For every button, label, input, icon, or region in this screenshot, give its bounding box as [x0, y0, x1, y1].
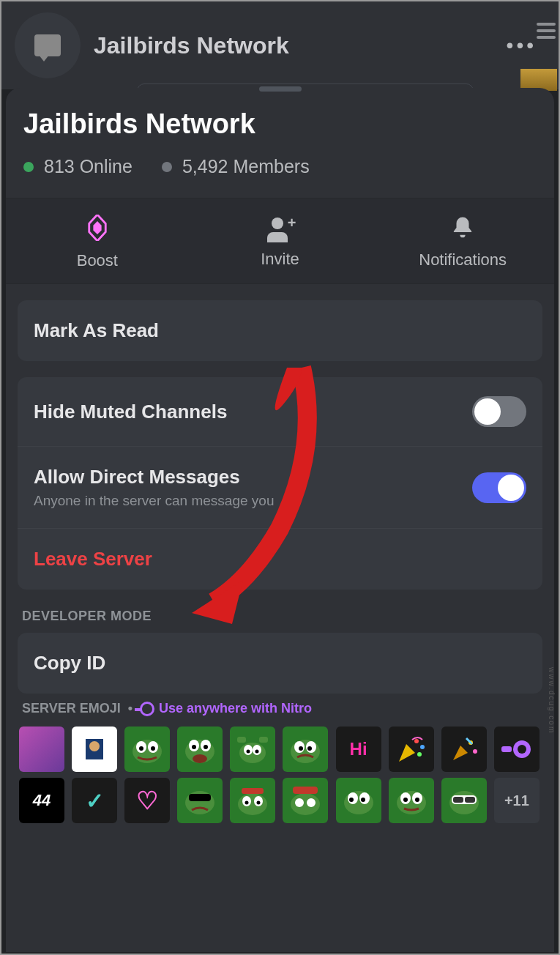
- svg-point-7: [139, 746, 143, 751]
- invite-tab[interactable]: + Invite: [189, 198, 372, 283]
- online-dot-icon: [23, 162, 34, 172]
- emoji-item[interactable]: [336, 778, 381, 823]
- svg-point-19: [255, 750, 259, 754]
- svg-rect-21: [259, 737, 268, 743]
- svg-point-14: [193, 754, 207, 763]
- emoji-item[interactable]: [19, 727, 64, 772]
- svg-point-53: [361, 798, 365, 802]
- boost-tab[interactable]: Boost: [6, 198, 189, 283]
- svg-point-49: [344, 791, 373, 814]
- svg-point-28: [414, 739, 419, 743]
- emoji-item[interactable]: ♡: [124, 778, 170, 823]
- nitro-hint-label: Use anywhere with Nitro: [159, 701, 312, 716]
- server-settings-sheet: Jailbirds Network 813 Online 5,492 Membe…: [6, 88, 554, 952]
- mark-as-read-row[interactable]: Mark As Read: [18, 300, 542, 361]
- svg-point-39: [238, 793, 267, 815]
- members-list-icon[interactable]: [537, 16, 559, 45]
- svg-point-3: [89, 741, 100, 751]
- copy-id-label: Copy ID: [34, 652, 105, 675]
- allow-dm-label: Allow Direct Messages: [34, 466, 274, 488]
- watermark: www.dcug.com: [548, 667, 556, 734]
- svg-marker-31: [453, 746, 468, 760]
- mark-as-read-label: Mark As Read: [34, 319, 159, 342]
- member-status-row: 813 Online 5,492 Members: [6, 140, 554, 198]
- hide-muted-row[interactable]: Hide Muted Channels: [18, 377, 542, 446]
- bell-icon: [452, 215, 474, 243]
- svg-point-26: [307, 746, 312, 751]
- members-count: 5,492 Members: [182, 156, 310, 177]
- emoji-item[interactable]: 44: [19, 778, 64, 823]
- emoji-item[interactable]: [283, 727, 328, 772]
- allow-dm-sublabel: Anyone in the server can message you: [34, 493, 274, 509]
- boost-icon: [87, 215, 108, 244]
- channel-header: Jailbirds Network •••: [1, 1, 559, 89]
- svg-point-30: [417, 752, 422, 757]
- emoji-item[interactable]: ✓: [72, 778, 117, 823]
- emoji-grid: Hi 44 ✓ ♡ +11: [6, 727, 554, 823]
- emoji-item[interactable]: [72, 727, 117, 772]
- svg-rect-61: [453, 797, 463, 803]
- header-server-name: Jailbirds Network: [94, 32, 507, 59]
- server-avatar[interactable]: [15, 12, 81, 78]
- developer-mode-label: DEVELOPER MODE: [6, 590, 554, 633]
- nitro-link[interactable]: Use anywhere with Nitro: [140, 701, 312, 716]
- svg-point-48: [307, 798, 316, 807]
- boost-label: Boost: [77, 251, 118, 270]
- emoji-item[interactable]: [177, 727, 223, 772]
- sheet-grabber[interactable]: [259, 86, 302, 92]
- copy-id-row[interactable]: Copy ID: [18, 633, 542, 694]
- svg-point-58: [415, 798, 419, 802]
- svg-point-35: [518, 745, 526, 754]
- svg-rect-44: [242, 788, 264, 794]
- svg-rect-36: [501, 746, 512, 752]
- svg-point-15: [239, 743, 266, 763]
- emoji-item[interactable]: [230, 727, 275, 772]
- svg-point-25: [299, 746, 303, 751]
- svg-point-8: [151, 746, 155, 751]
- emoji-item[interactable]: [441, 778, 487, 823]
- emoji-item[interactable]: [283, 778, 328, 823]
- svg-marker-1: [93, 221, 101, 234]
- more-options-icon[interactable]: •••: [507, 34, 537, 57]
- chat-icon: [34, 34, 61, 56]
- online-count: 813 Online: [44, 156, 132, 177]
- emoji-item[interactable]: [389, 778, 434, 823]
- notifications-tab[interactable]: Notifications: [371, 198, 554, 283]
- svg-point-12: [192, 745, 196, 749]
- svg-point-13: [204, 745, 208, 749]
- sheet-title: Jailbirds Network: [6, 108, 554, 140]
- svg-rect-20: [237, 737, 246, 743]
- svg-point-47: [295, 798, 304, 807]
- svg-point-18: [247, 750, 250, 754]
- invite-label: Invite: [261, 250, 299, 269]
- leave-server-label: Leave Server: [34, 548, 152, 571]
- emoji-item[interactable]: [124, 727, 170, 772]
- allow-dm-row[interactable]: Allow Direct Messages Anyone in the serv…: [18, 446, 542, 528]
- emoji-more-button[interactable]: +11: [494, 778, 540, 823]
- invite-icon: +: [266, 216, 295, 242]
- svg-point-33: [473, 749, 477, 754]
- leave-server-row[interactable]: Leave Server: [18, 528, 542, 590]
- svg-point-57: [403, 798, 408, 802]
- svg-point-52: [349, 798, 354, 802]
- svg-point-29: [420, 745, 425, 749]
- hide-muted-toggle[interactable]: [472, 396, 526, 427]
- emoji-item[interactable]: [230, 778, 275, 823]
- svg-point-43: [257, 801, 261, 805]
- allow-dm-toggle[interactable]: [472, 472, 526, 503]
- hide-muted-label: Hide Muted Channels: [34, 401, 227, 423]
- svg-rect-46: [293, 787, 318, 794]
- emoji-item[interactable]: Hi: [336, 727, 381, 772]
- server-emoji-label: SERVER EMOJI: [22, 701, 121, 716]
- svg-point-42: [245, 801, 249, 805]
- emoji-item[interactable]: [389, 727, 434, 772]
- emoji-item[interactable]: [494, 727, 540, 772]
- svg-marker-27: [399, 744, 415, 762]
- emoji-item[interactable]: [441, 727, 487, 772]
- emoji-item[interactable]: [177, 778, 223, 823]
- nitro-icon: [140, 702, 154, 716]
- svg-rect-38: [189, 794, 211, 801]
- svg-point-22: [291, 740, 320, 763]
- svg-rect-62: [465, 797, 475, 803]
- svg-point-45: [291, 793, 320, 815]
